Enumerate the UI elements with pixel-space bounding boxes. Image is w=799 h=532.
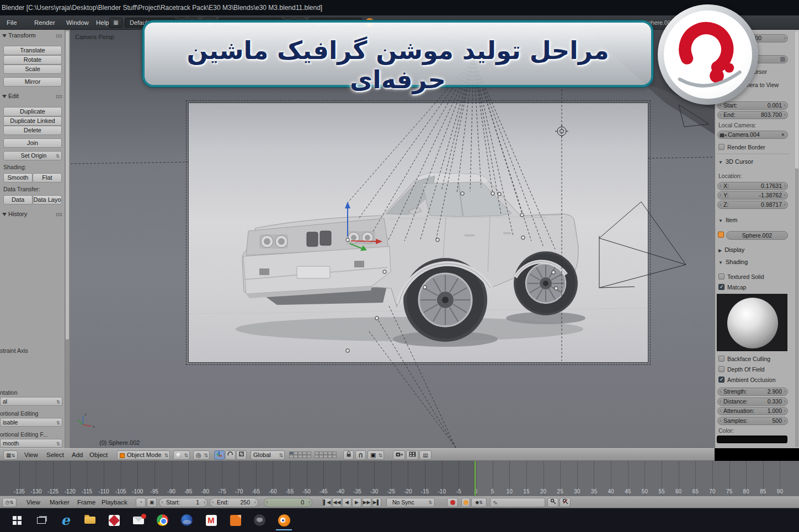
- menu-render[interactable]: Render: [32, 15, 57, 30]
- insert-keyframe-button[interactable]: [547, 498, 558, 507]
- menu-help[interactable]: Help: [94, 15, 111, 30]
- item-name-field[interactable]: Sphere.002: [726, 231, 788, 240]
- manipulator-scale-button[interactable]: [236, 450, 247, 460]
- play-reverse-button[interactable]: ◀: [342, 498, 351, 507]
- delete-button[interactable]: Delete: [3, 126, 62, 135]
- taskbar-blue-app[interactable]: [178, 510, 196, 530]
- section-display[interactable]: Display: [718, 246, 744, 253]
- taskbar-explorer[interactable]: [81, 510, 99, 530]
- taskbar-dark-app[interactable]: [251, 510, 269, 530]
- screen-layout-ic[interactable]: ▦: [109, 18, 122, 28]
- prev-keyframe-button[interactable]: ◀◀: [332, 498, 342, 507]
- delete-keyframe-button[interactable]: [560, 498, 571, 507]
- opengl-render-button[interactable]: [393, 450, 405, 460]
- cursor-y-field[interactable]: Y:-1.38762: [717, 191, 788, 200]
- timeline-ruler[interactable]: -135-130-125-120-115-110-105-100-95-90-8…: [0, 461, 799, 496]
- orientation-dropdown[interactable]: al: [0, 397, 62, 406]
- record-button[interactable]: [447, 498, 458, 507]
- current-frame-field[interactable]: 0: [264, 498, 312, 507]
- checkbox-checked-icon[interactable]: [718, 284, 725, 290]
- translate-button[interactable]: Translate: [3, 46, 62, 55]
- panel-history[interactable]: History: [0, 209, 65, 219]
- ao-attenuation-field[interactable]: Attenuation:1.000: [717, 407, 788, 415]
- taskbar-mail[interactable]: [129, 510, 147, 530]
- proportional-editing-dropdown[interactable]: isable: [0, 418, 62, 427]
- duplicate-button[interactable]: Duplicate: [3, 107, 62, 116]
- tool-shelf-scrollbar[interactable]: [65, 30, 70, 448]
- shade-smooth-button[interactable]: Smooth: [3, 173, 33, 182]
- editor-type-dropdown[interactable]: ▦⇅: [3, 450, 18, 460]
- current-frame-line[interactable]: [475, 461, 476, 496]
- checkbox-icon[interactable]: [718, 273, 725, 280]
- taskbar-blender[interactable]: [275, 510, 293, 530]
- eyedropper-icon[interactable]: [780, 57, 785, 62]
- scrollbar-thumb[interactable]: [66, 31, 69, 340]
- checkbox-checked-icon[interactable]: [718, 377, 725, 383]
- mirror-button[interactable]: Mirror: [3, 77, 62, 87]
- layers-widget[interactable]: [289, 452, 315, 459]
- clip-start-field[interactable]: Start:0.001: [717, 101, 788, 110]
- jump-to-end-button[interactable]: ▶▌: [372, 498, 381, 507]
- tl-menu-playback[interactable]: Playback: [102, 496, 127, 509]
- scale-button[interactable]: Scale: [3, 65, 62, 74]
- checkbox-icon[interactable]: [718, 356, 725, 362]
- checkbox-icon[interactable]: [718, 144, 725, 150]
- snap-magnet-button[interactable]: U: [355, 450, 366, 460]
- ao-strength-field[interactable]: Strength:2.900: [717, 388, 788, 396]
- mode-dropdown[interactable]: Object Mode: [117, 450, 170, 460]
- preview-range-button[interactable]: ◔: [136, 498, 146, 507]
- taskbar-gmail[interactable]: M: [202, 510, 220, 530]
- next-keyframe-button[interactable]: ▶▶: [362, 498, 371, 507]
- cursor-x-field[interactable]: X:0.17631: [717, 182, 788, 190]
- ao-distance-field[interactable]: Distance:0.330: [717, 397, 788, 406]
- render-border-button[interactable]: ▤: [419, 450, 432, 460]
- panel-grip-icon[interactable]: [56, 34, 62, 38]
- snap-element-dropdown[interactable]: ▣: [367, 450, 384, 460]
- tl-menu-marker[interactable]: Marker: [50, 496, 70, 509]
- menu-file[interactable]: File: [4, 15, 19, 30]
- proportional-falloff-dropdown[interactable]: mooth: [0, 439, 62, 448]
- play-button[interactable]: ▶: [352, 498, 361, 507]
- viewport-shading-dropdown[interactable]: [173, 450, 190, 460]
- section-3d-cursor[interactable]: 3D Cursor: [718, 158, 753, 165]
- manipulator-toggle-button[interactable]: [214, 450, 225, 460]
- taskbar-red-app[interactable]: [105, 510, 123, 530]
- clip-end-field[interactable]: End:803.700: [717, 111, 788, 119]
- rotate-button[interactable]: Rotate: [3, 55, 62, 65]
- frame-lock-button[interactable]: ▣: [147, 498, 157, 507]
- panel-transform[interactable]: Transform: [0, 31, 65, 40]
- cursor-z-field[interactable]: Z:0.98717: [717, 201, 788, 209]
- active-keying-set-field[interactable]: ∿: [490, 498, 545, 507]
- panel-edit[interactable]: Edit: [0, 92, 65, 101]
- clear-camera-icon[interactable]: ×: [781, 131, 785, 138]
- local-camera-field[interactable]: Camera.004 ×: [717, 131, 788, 139]
- keying-set-dropdown[interactable]: ◆⇅: [471, 498, 487, 507]
- shade-flat-button[interactable]: Flat: [33, 173, 62, 182]
- section-shading[interactable]: Shading: [718, 259, 748, 265]
- vp-menu-add[interactable]: Add: [72, 449, 83, 461]
- sync-dropdown[interactable]: No Sync⇅: [386, 498, 435, 507]
- ao-color-swatch[interactable]: [717, 436, 787, 443]
- panel-grip-icon[interactable]: [56, 213, 62, 217]
- frame-start-field[interactable]: Start:1: [159, 498, 207, 507]
- task-view-button[interactable]: [32, 510, 50, 530]
- taskbar-chrome[interactable]: [153, 510, 172, 530]
- vp-menu-object[interactable]: Object: [89, 449, 108, 461]
- orientation-dropdown[interactable]: Global: [251, 450, 285, 460]
- opengl-render-anim-button[interactable]: [406, 450, 418, 460]
- set-origin-dropdown[interactable]: Set Origin: [3, 151, 62, 160]
- data-layout-button[interactable]: Data Layo: [33, 195, 62, 205]
- ao-samples-field[interactable]: Samples:500: [717, 417, 788, 425]
- panel-scrollbar[interactable]: [795, 31, 798, 447]
- data-button[interactable]: Data: [3, 195, 33, 205]
- tl-menu-frame[interactable]: Frame: [77, 496, 95, 509]
- pivot-point-dropdown[interactable]: ◎: [193, 450, 210, 460]
- taskbar-edge[interactable]: e: [56, 510, 74, 530]
- vp-menu-select[interactable]: Select: [46, 449, 64, 461]
- manipulator-rotate-button[interactable]: [225, 450, 236, 460]
- frame-end-field[interactable]: End:250: [210, 498, 258, 507]
- panel-grip-icon[interactable]: [56, 95, 62, 99]
- menu-window[interactable]: Window: [64, 15, 91, 30]
- jump-to-start-button[interactable]: ▌◀: [322, 498, 332, 507]
- section-item[interactable]: Item: [718, 217, 737, 223]
